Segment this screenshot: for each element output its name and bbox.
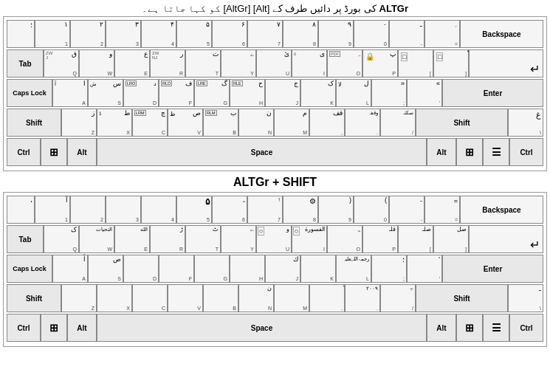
key2-semicolon[interactable]: ؛ ; <box>371 255 407 283</box>
key-h[interactable]: ح H RLE <box>230 79 265 107</box>
key-capslock[interactable]: Caps Lock <box>7 79 52 107</box>
key2-capslock[interactable]: Caps Lock <box>7 255 52 283</box>
key-backtick[interactable]: ؛ <box>7 20 35 48</box>
key2-ctrl-right[interactable]: Ctrl <box>509 314 543 342</box>
key2-x[interactable]: X <box>97 284 132 312</box>
key-d[interactable]: د D LRO <box>123 79 159 107</box>
key2-5[interactable]: ۵ 5 <box>176 196 212 224</box>
key-win-left[interactable]: ⊞ <box>41 138 67 166</box>
key2-q[interactable]: ک Q <box>44 225 79 253</box>
key2-win-left[interactable]: ⊞ <box>41 314 67 342</box>
key2-alt-right[interactable]: Alt <box>427 314 456 342</box>
key2-slash[interactable]: ÷ / <box>380 284 416 312</box>
key2-ctrl-left[interactable]: Ctrl <box>7 314 41 342</box>
key-v[interactable]: ص V ظ <box>168 109 203 137</box>
key2-menu[interactable]: ☰ <box>483 314 509 342</box>
key-k[interactable]: ک K <box>300 79 336 107</box>
key-a[interactable]: ا A آ <box>52 79 88 107</box>
key2-j[interactable]: ك J <box>265 255 300 283</box>
key-1[interactable]: ۱ 1 <box>35 20 70 48</box>
key-s[interactable]: س S ش <box>88 79 123 107</box>
key2-a[interactable]: أ A <box>52 255 88 283</box>
key-semicolon[interactable]: « ; <box>371 79 407 107</box>
key-5[interactable]: ۵ 5 <box>176 20 212 48</box>
key2-backslash[interactable]: ـ \ <box>508 284 543 312</box>
key2-u[interactable]: و U ○ <box>256 225 292 253</box>
key-slash[interactable]: سکتہ / <box>380 109 416 137</box>
key-ctrl-left[interactable]: Ctrl <box>7 138 41 166</box>
key-m[interactable]: م M <box>274 109 309 137</box>
key2-y[interactable]: ے Y <box>221 225 256 253</box>
key-c[interactable]: چ C LRM <box>132 109 168 137</box>
key2-m[interactable]: M <box>274 284 309 312</box>
key-i[interactable]: ی I ۵ <box>292 49 327 78</box>
key2-backtick[interactable]: ، <box>7 196 35 224</box>
key2-enter-label[interactable]: Enter <box>442 255 543 283</box>
key2-d[interactable]: D <box>123 255 159 283</box>
key2-v[interactable]: V <box>168 284 203 312</box>
key2-n[interactable]: ن N <box>238 284 274 312</box>
key2-3[interactable]: 3 <box>106 196 141 224</box>
key2-7[interactable]: ↑ 7 <box>247 196 283 224</box>
key-quote[interactable]: » ' <box>407 79 442 107</box>
key2-period[interactable]: ۲۰۰۹ . <box>345 284 380 312</box>
key2-tab[interactable]: Tab <box>7 225 44 253</box>
key-shift-right[interactable]: Shift <box>416 109 508 137</box>
key-z[interactable]: ز Z <box>61 109 97 137</box>
key-space[interactable]: Space <box>97 138 427 166</box>
key2-alt-left[interactable]: Alt <box>67 314 97 342</box>
key-b[interactable]: ب B RLM <box>203 109 238 137</box>
key-ctrl-right[interactable]: Ctrl <box>509 138 543 166</box>
key2-o[interactable]: ۃ O <box>327 225 362 253</box>
key-l[interactable]: ل L لا <box>336 79 371 107</box>
key2-b[interactable]: B <box>203 284 238 312</box>
key-shift-left[interactable]: Shift <box>7 109 61 137</box>
key-4[interactable]: ۴ 4 <box>141 20 176 48</box>
key-lbracket[interactable]: ٖ [ □ <box>398 49 433 78</box>
key-e[interactable]: ع E <box>114 49 150 78</box>
key2-equals[interactable]: = = <box>424 196 460 224</box>
key-rbracket[interactable]: ٗ ] □ <box>433 49 469 78</box>
key-q[interactable]: ق Q ZWJ <box>44 49 79 78</box>
key-y[interactable]: ے Y <box>221 49 256 78</box>
key-7[interactable]: ۷ 7 <box>247 20 283 48</box>
key2-shift-right[interactable]: Shift <box>416 284 508 312</box>
key-6[interactable]: ۶ 6 <box>212 20 247 48</box>
key2-backspace[interactable]: Backspace <box>460 196 543 224</box>
key-o[interactable]: ہ O PDF <box>327 49 362 78</box>
key2-space[interactable]: Space <box>97 314 427 342</box>
key-j[interactable]: ج J <box>265 79 300 107</box>
key-enter-label[interactable]: Enter <box>442 79 543 107</box>
key-minus[interactable]: ـ - <box>389 20 424 48</box>
key-8[interactable]: ۸ 8 <box>283 20 318 48</box>
key-p[interactable]: پ P 🔒 <box>362 49 398 78</box>
key2-s[interactable]: ص S <box>88 255 123 283</box>
key2-win-right[interactable]: ⊞ <box>456 314 483 342</box>
key2-k[interactable]: K <box>300 255 336 283</box>
key2-9[interactable]: ( 9 <box>318 196 354 224</box>
key-r[interactable]: ر R ZWNJ <box>150 49 185 78</box>
key2-shift-left[interactable]: Shift <box>7 284 61 312</box>
key2-rbracket[interactable]: صل ] <box>433 225 469 253</box>
key-period[interactable]: وقفہ . <box>345 109 380 137</box>
key2-e[interactable]: الله E <box>114 225 150 253</box>
key-alt-right[interactable]: Alt <box>427 138 456 166</box>
key-n[interactable]: ن N <box>238 109 274 137</box>
key2-r[interactable]: ڑ R <box>150 225 185 253</box>
key2-0[interactable]: ) 0 <box>354 196 389 224</box>
key-g[interactable]: گ G LRE <box>194 79 230 107</box>
key2-quote[interactable]: ' ' <box>407 255 442 283</box>
key2-c[interactable]: C <box>132 284 168 312</box>
key2-p[interactable]: قلـ P <box>362 225 398 253</box>
key2-minus[interactable]: - - <box>389 196 424 224</box>
key2-1[interactable]: آ 1 <box>35 196 70 224</box>
key-x[interactable]: ط X ڈ <box>97 109 132 137</box>
key-equals[interactable]: ؍ = <box>424 20 460 48</box>
key2-i[interactable]: الفسورة I ○ <box>292 225 327 253</box>
key-0[interactable]: ۰ 0 <box>354 20 389 48</box>
key-win-right[interactable]: ⊞ <box>456 138 483 166</box>
key2-2[interactable]: 2 <box>70 196 106 224</box>
key2-4[interactable]: 4 <box>141 196 176 224</box>
key2-lbracket[interactable]: صلـ [ <box>398 225 433 253</box>
key-u[interactable]: ئ U <box>256 49 292 78</box>
